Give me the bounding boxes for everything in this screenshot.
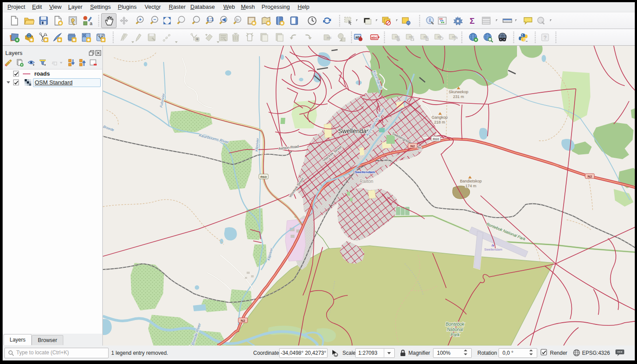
svg-text:abc: abc bbox=[371, 36, 378, 40]
svg-text:National: National bbox=[447, 327, 463, 332]
svg-text:✱: ✱ bbox=[280, 21, 284, 25]
svg-text:◀: ◀ bbox=[222, 17, 226, 22]
svg-text:N2: N2 bbox=[240, 319, 245, 323]
svg-text:✱: ✱ bbox=[267, 21, 270, 25]
svg-text:218 m: 218 m bbox=[434, 120, 445, 124]
svg-text:R60: R60 bbox=[433, 137, 439, 141]
svg-text:−: − bbox=[153, 17, 156, 22]
svg-text:▶: ▶ bbox=[236, 17, 240, 22]
svg-text:Swellendam: Swellendam bbox=[484, 248, 502, 251]
svg-text:Skurwekop: Skurwekop bbox=[449, 90, 469, 94]
svg-text:abc: abc bbox=[327, 36, 332, 39]
svg-text:✱: ✱ bbox=[102, 38, 105, 42]
svg-text:Bontebok: Bontebok bbox=[446, 322, 465, 327]
svg-text:+: + bbox=[139, 17, 142, 22]
svg-text:174 m: 174 m bbox=[465, 184, 476, 188]
svg-text:Σ: Σ bbox=[470, 16, 474, 25]
svg-text:abc: abc bbox=[395, 35, 400, 38]
svg-text:✱: ✱ bbox=[252, 21, 256, 25]
svg-text:?: ? bbox=[543, 35, 546, 41]
svg-text:231 m: 231 m bbox=[453, 95, 464, 99]
svg-text:✱: ✱ bbox=[73, 38, 76, 42]
svg-text:N2: N2 bbox=[410, 144, 415, 148]
svg-text:i: i bbox=[429, 17, 430, 23]
svg-text:✱: ✱ bbox=[196, 37, 199, 41]
svg-text:Railton: Railton bbox=[360, 179, 373, 184]
svg-text:✱: ✱ bbox=[30, 38, 33, 42]
svg-text:✱: ✱ bbox=[59, 21, 62, 25]
svg-text:Swellendam: Swellendam bbox=[355, 170, 375, 174]
svg-text:Gangkop: Gangkop bbox=[432, 115, 448, 120]
svg-text:abc: abc bbox=[409, 35, 414, 38]
svg-text:1:1: 1:1 bbox=[207, 17, 214, 22]
svg-text:Park: Park bbox=[451, 332, 460, 337]
svg-text:R60: R60 bbox=[260, 175, 267, 179]
svg-text:✱: ✱ bbox=[58, 38, 62, 42]
svg-text:✱: ✱ bbox=[44, 38, 48, 42]
svg-text:N2: N2 bbox=[587, 175, 592, 178]
svg-text:a: a bbox=[90, 21, 93, 26]
svg-text:Bandietskop: Bandietskop bbox=[460, 179, 482, 183]
svg-text:+: + bbox=[426, 38, 428, 41]
svg-text:✱: ✱ bbox=[87, 38, 91, 42]
